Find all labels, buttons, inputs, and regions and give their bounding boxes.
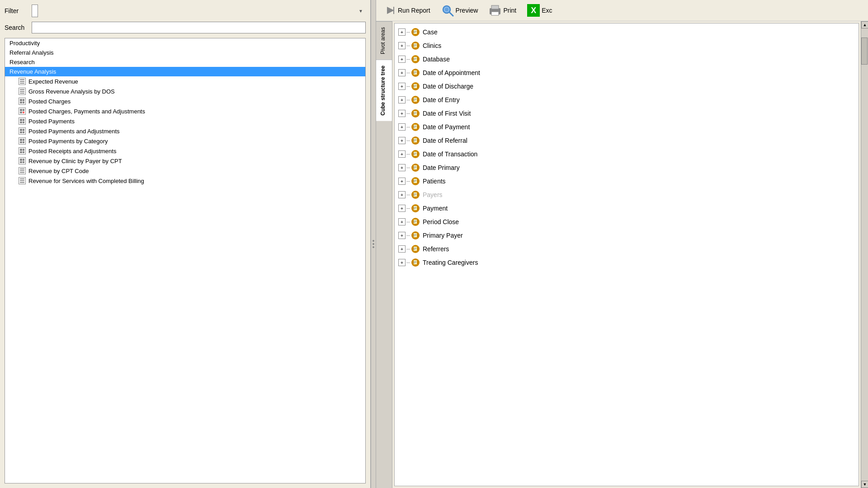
tree-item-research[interactable]: Research (5, 57, 365, 67)
tree-connector (406, 86, 410, 87)
filter-select[interactable] (32, 5, 38, 17)
excel-button[interactable]: X Exc (524, 3, 556, 18)
svg-rect-5 (491, 12, 499, 15)
lines-icon (19, 78, 26, 85)
tree-item-revenue-clinic-payer-cpt[interactable]: Revenue by Clinic by Payer by CPT (5, 156, 365, 166)
grid-icon (19, 147, 26, 155)
scrollbar-down-btn[interactable]: ▼ (861, 481, 868, 488)
expand-btn[interactable]: + (398, 245, 406, 253)
expand-btn[interactable]: + (398, 205, 406, 212)
tree-connector (406, 235, 410, 236)
expand-btn[interactable]: + (398, 69, 406, 76)
cube-item-payers[interactable]: + Payers (396, 188, 857, 202)
print-button[interactable]: Print (485, 3, 520, 18)
tree-item-posted-payments-adjustments[interactable]: Posted Payments and Adjustments (5, 126, 365, 136)
cube-item-label: Date of Referral (423, 137, 467, 144)
tree-connector (406, 73, 410, 73)
tree-connector (406, 208, 410, 209)
cube-item-label: Patients (423, 178, 446, 185)
tree-item-productivity[interactable]: Productivity (5, 38, 365, 48)
search-label: Search (5, 24, 32, 31)
tree-item-posted-charges-payments[interactable]: Posted Charges, Payments and Adjustments (5, 106, 365, 116)
preview-button[interactable]: Preview (438, 3, 482, 18)
tree-item-posted-receipts[interactable]: Posted Receipts and Adjustments (5, 146, 365, 156)
svg-rect-4 (491, 5, 499, 9)
expand-btn[interactable]: + (398, 178, 406, 185)
cube-item-date-of-entry[interactable]: + Date of Entry (396, 93, 857, 107)
expand-btn[interactable]: + (398, 259, 406, 266)
cube-item-clinics[interactable]: + Clinics (396, 39, 857, 52)
cube-item-label: Date of Payment (423, 123, 470, 131)
cube-dimension-icon (411, 41, 420, 50)
expand-btn[interactable]: + (398, 191, 406, 198)
cube-item-date-of-discharge[interactable]: + Date of Discharge (396, 80, 857, 93)
cube-dimension-icon (411, 136, 420, 145)
tree-item-referral-analysis[interactable]: Referral Analysis (5, 48, 365, 57)
right-content: Pivot areas Cube structure tree + Case+ … (376, 21, 868, 488)
cube-dimension-icon (411, 258, 420, 267)
cube-item-date-of-payment[interactable]: + Date of Payment (396, 120, 857, 134)
tree-item-label: Posted Payments by Category (28, 138, 108, 145)
tree-item-posted-charges[interactable]: Posted Charges (5, 96, 365, 106)
cube-item-primary-payer[interactable]: + Primary Payer (396, 229, 857, 242)
tree-item-label: Revenue by Clinic by Payer by CPT (28, 158, 122, 164)
filter-row: Filter (5, 5, 366, 17)
cube-item-date-primary[interactable]: + Date Primary (396, 161, 857, 174)
cube-item-label: Primary Payer (423, 232, 463, 239)
tree-connector (406, 263, 410, 263)
expand-btn[interactable]: + (398, 42, 406, 49)
cube-dimension-icon (411, 55, 420, 64)
cube-item-payment[interactable]: + Payment (396, 202, 857, 215)
expand-btn[interactable]: + (398, 232, 406, 239)
cube-item-patients[interactable]: + Patients (396, 174, 857, 188)
tree-item-label: Productivity (9, 40, 40, 47)
cube-item-case[interactable]: + Case (396, 25, 857, 39)
run-report-button[interactable]: Run Report (382, 4, 434, 17)
expand-btn[interactable]: + (398, 137, 406, 144)
scrollbar-thumb[interactable] (861, 38, 868, 65)
expand-btn[interactable]: + (398, 110, 406, 117)
expand-btn[interactable]: + (398, 164, 406, 171)
expand-btn[interactable]: + (398, 123, 406, 131)
cube-item-date-of-transaction[interactable]: + Date of Transaction (396, 147, 857, 161)
tree-item-gross-revenue[interactable]: Gross Revenue Analysis by DOS (5, 86, 365, 96)
tree-connector (406, 113, 410, 114)
expand-btn[interactable]: + (398, 218, 406, 225)
grid-icon (19, 157, 26, 164)
tab-pivot-areas[interactable]: Pivot areas (376, 21, 392, 60)
expand-btn[interactable]: + (398, 150, 406, 158)
splitter-dot-3 (373, 246, 374, 248)
cube-item-period-close[interactable]: + Period Close (396, 215, 857, 229)
tree-item-posted-payments[interactable]: Posted Payments (5, 116, 365, 126)
cube-item-database[interactable]: + Database (396, 52, 857, 66)
right-scrollbar[interactable]: ▲ ▼ (861, 21, 868, 488)
tree-item-revenue-services-completed[interactable]: Revenue for Services with Completed Bill… (5, 176, 365, 186)
tree-item-revenue-analysis[interactable]: Revenue Analysis (5, 67, 365, 76)
cube-dimension-icon (411, 122, 420, 131)
tree-connector (406, 154, 410, 155)
cube-item-treating-caregivers[interactable]: + Treating Caregivers (396, 256, 857, 269)
search-input[interactable] (32, 22, 366, 33)
tree-item-revenue-cpt-code[interactable]: Revenue by CPT Code (5, 166, 365, 176)
grid-icon (19, 127, 26, 135)
cube-item-date-of-appointment[interactable]: + Date of Appointment (396, 66, 857, 80)
cube-item-date-of-first-visit[interactable]: + Date of First Visit (396, 107, 857, 120)
expand-btn[interactable]: + (398, 83, 406, 90)
left-tree: ProductivityReferral AnalysisResearchRev… (5, 38, 366, 483)
expand-btn[interactable]: + (398, 28, 406, 36)
tree-item-expected-revenue[interactable]: Expected Revenue (5, 76, 365, 86)
cube-item-referrers[interactable]: + Referrers (396, 242, 857, 256)
tab-cube-structure-tree[interactable]: Cube structure tree (376, 60, 392, 121)
cube-item-date-of-referral[interactable]: + Date of Referral (396, 134, 857, 147)
tree-item-posted-payments-category[interactable]: Posted Payments by Category (5, 136, 365, 146)
tree-connector (406, 141, 410, 141)
expand-btn[interactable]: + (398, 96, 406, 103)
special-icon (19, 108, 26, 115)
cube-item-label: Clinics (423, 42, 441, 49)
expand-btn[interactable]: + (398, 56, 406, 63)
tree-connector (406, 195, 410, 195)
cube-dimension-icon (411, 95, 420, 104)
scrollbar-up-btn[interactable]: ▲ (861, 21, 868, 28)
tree-item-label: Posted Charges (28, 98, 71, 105)
horizontal-splitter[interactable] (371, 0, 376, 488)
